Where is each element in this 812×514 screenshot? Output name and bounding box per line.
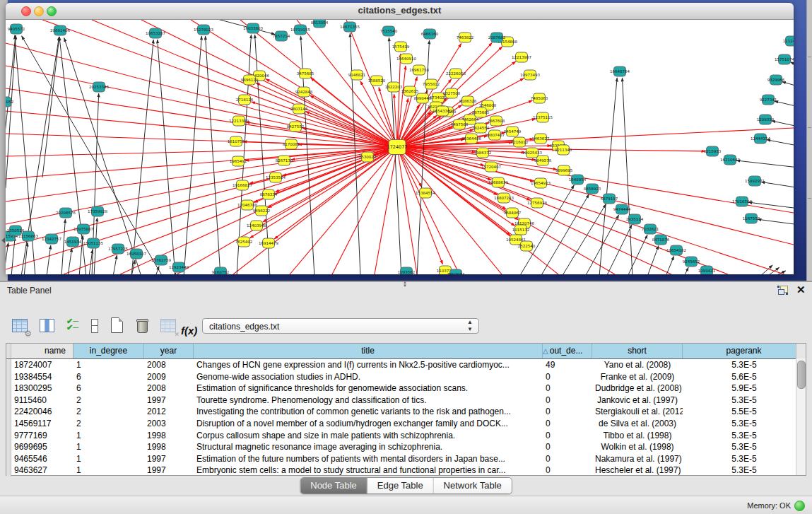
cell-out_de[interactable]: 0 (543, 395, 592, 407)
cell-pagerank[interactable]: 5.5E-5 (683, 406, 806, 418)
cell-out_de[interactable]: 0 (543, 371, 592, 383)
cell-name[interactable]: 18724007 (11, 359, 73, 371)
column-header-year[interactable]: year (144, 344, 194, 358)
import-table-icon[interactable]: ✔─✔─ (64, 316, 83, 336)
table-row[interactable]: 2242004622012Investigating the contribut… (6, 406, 806, 418)
cell-year[interactable]: 2008 (144, 382, 194, 395)
table-selector-dropdown[interactable]: citations_edges.txt ▲▼ (202, 318, 479, 334)
column-header-in_degree[interactable]: in_degree (73, 344, 144, 358)
network-graph[interactable]: 1724077253002774638223475685234200469896… (6, 20, 794, 274)
cell-out_de[interactable]: 49 (543, 359, 592, 371)
vertical-scrollbar[interactable] (796, 358, 806, 475)
column-header-out_de[interactable]: △out_de... (543, 344, 592, 358)
cell-short[interactable]: Hescheler et al. (1997) (592, 465, 683, 477)
cell-pagerank[interactable]: 5.3E-5 (683, 359, 806, 371)
cell-pagerank[interactable]: 5.6E-5 (683, 371, 806, 383)
cell-out_de[interactable]: 0 (543, 465, 592, 477)
cell-name[interactable]: 19384554 (11, 371, 73, 383)
cell-pagerank[interactable]: 5.3E-5 (683, 465, 806, 477)
cell-short[interactable]: Yano et al. (2008) (592, 359, 683, 371)
cell-out_de[interactable]: 0 (543, 453, 592, 465)
cell-year[interactable]: 1997 (144, 395, 194, 407)
cell-year[interactable]: 2009 (144, 371, 194, 383)
cell-year[interactable]: 2003 (144, 418, 194, 430)
table-row[interactable]: 946362711997Embryonic stem cells: a mode… (6, 465, 806, 477)
column-header-name[interactable]: name (11, 344, 73, 358)
panel-collapse-arrow-icon[interactable] (1, 238, 5, 243)
cell-out_de[interactable]: 0 (543, 418, 592, 430)
delete-table-icon[interactable]: ✕ (158, 316, 178, 336)
cell-title[interactable]: Disruption of a novel member of a sodium… (194, 418, 543, 430)
cell-name[interactable]: 18300295 (11, 382, 73, 395)
cell-year[interactable]: 1998 (144, 441, 194, 453)
table-row[interactable]: 1872400712008Changes of HCN gene express… (6, 359, 806, 371)
cell-short[interactable]: Tibbo et al. (1998) (592, 430, 683, 442)
table-row[interactable]: 946554611997Estimation of the future num… (6, 453, 806, 465)
cell-pagerank[interactable]: 5.3E-5 (683, 453, 806, 465)
cell-out_de[interactable]: 0 (543, 406, 592, 418)
cell-short[interactable]: Stergiakouli et al. (2012) (592, 406, 683, 418)
cell-year[interactable]: 2012 (144, 406, 194, 418)
cell-pagerank[interactable]: 5.3E-5 (683, 430, 806, 442)
function-builder-icon[interactable]: f(x) (181, 316, 201, 336)
cell-in_degree[interactable]: 6 (73, 371, 144, 383)
new-table-icon[interactable] (107, 316, 127, 336)
cell-out_de[interactable]: 0 (543, 430, 592, 442)
cell-short[interactable]: de Silva et al. (2003) (592, 418, 683, 430)
cell-title[interactable]: Genome-wide association studies in ADHD. (194, 371, 543, 383)
table-row[interactable]: 969969511998Structural magnetic resonanc… (6, 441, 806, 453)
table-row[interactable]: 1830029562008Estimation of significance … (6, 382, 806, 395)
table-row[interactable]: 1456911722003Disruption of a novel membe… (6, 418, 806, 430)
cell-in_degree[interactable]: 1 (73, 359, 144, 371)
cell-in_degree[interactable]: 2 (73, 406, 144, 418)
cell-year[interactable]: 1998 (144, 430, 194, 442)
cell-pagerank[interactable]: 5.3E-5 (683, 418, 806, 430)
cell-name[interactable]: 22420046 (11, 406, 73, 418)
column-header-short[interactable]: short (592, 344, 683, 358)
cell-year[interactable]: 1997 (144, 465, 194, 477)
cell-title[interactable]: Estimation of the future numbers of pati… (194, 453, 543, 465)
float-panel-icon[interactable] (777, 285, 790, 296)
close-panel-icon[interactable]: ✕ (796, 284, 806, 296)
cell-name[interactable]: 9115460 (11, 395, 73, 407)
cell-in_degree[interactable]: 1 (73, 441, 144, 453)
cell-name[interactable]: 9777169 (11, 430, 73, 442)
network-canvas[interactable]: 1724077253002774638223475685234200469896… (6, 20, 794, 274)
network-window-titlebar[interactable]: citations_edges.txt (6, 3, 794, 20)
cell-pagerank[interactable]: 5.3E-5 (683, 395, 806, 407)
cell-name[interactable]: 9699695 (11, 441, 73, 453)
cell-title[interactable]: Structural magnetic resonance image aver… (194, 441, 543, 453)
column-header-pagerank[interactable]: pagerank (683, 344, 806, 358)
cell-in_degree[interactable]: 2 (73, 418, 144, 430)
cell-in_degree[interactable]: 1 (73, 430, 144, 442)
cell-pagerank[interactable]: 5.3E-5 (683, 441, 806, 453)
cell-out_de[interactable]: 0 (543, 382, 592, 395)
cell-name[interactable]: 9465546 (11, 453, 73, 465)
cell-title[interactable]: Corpus callosum shape and size in male p… (194, 430, 543, 442)
cell-title[interactable]: Changes of HCN gene expression and I(f) … (194, 359, 543, 371)
cell-pagerank[interactable]: 5.9E-5 (683, 382, 806, 395)
cell-out_de[interactable]: 0 (543, 441, 592, 453)
cell-in_degree[interactable]: 1 (73, 465, 144, 477)
cell-short[interactable]: Wolkin et al. (1998) (592, 441, 683, 453)
cell-year[interactable]: 2008 (144, 359, 194, 371)
tab-network-table[interactable]: Network Table (434, 478, 512, 493)
cell-in_degree[interactable]: 1 (73, 453, 144, 465)
cell-in_degree[interactable]: 6 (73, 382, 144, 395)
tab-node-table[interactable]: Node Table (300, 478, 367, 493)
table-row[interactable]: 977716911998Corpus callosum shape and si… (6, 430, 806, 442)
table-settings-icon[interactable]: ⚙ (10, 316, 30, 336)
rows-icon[interactable] (85, 316, 105, 336)
cell-in_degree[interactable]: 2 (73, 395, 144, 407)
delete-rows-icon[interactable] (133, 316, 153, 336)
cell-name[interactable]: 14569117 (11, 418, 73, 430)
table-row[interactable]: 1938455462009Genome-wide association stu… (6, 371, 806, 383)
cell-year[interactable]: 1997 (144, 453, 194, 465)
cell-name[interactable]: 9463627 (11, 465, 73, 477)
cell-short[interactable]: Franke et al. (2009) (592, 371, 683, 383)
scrollbar-thumb[interactable] (797, 361, 806, 389)
cell-short[interactable]: Dudbridge et al. (2008) (592, 382, 683, 395)
cell-title[interactable]: Embryonic stem cells: a model to study s… (194, 465, 543, 477)
cell-title[interactable]: Estimation of significance thresholds fo… (194, 382, 543, 395)
cell-short[interactable]: Nakamura et al. (1997) (592, 453, 683, 465)
